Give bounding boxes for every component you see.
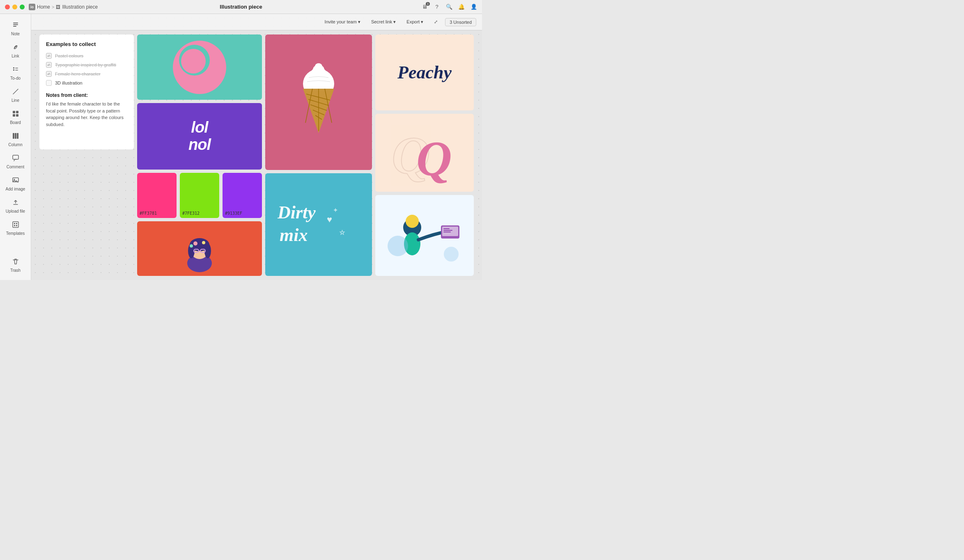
breadcrumb: io Home > 🖼 Illustration piece	[29, 4, 98, 10]
svg-rect-60	[443, 228, 450, 229]
svg-line-7	[13, 89, 18, 94]
breadcrumb-sep: >	[52, 5, 54, 9]
sidebar-item-todo[interactable]: To-do	[3, 62, 28, 84]
sidebar-item-link-label: Link	[11, 54, 19, 58]
export-button[interactable]: Export ▾	[403, 18, 427, 26]
svg-rect-12	[13, 133, 14, 139]
checklist-item-3-text: Female hero character	[55, 71, 101, 76]
user-icon[interactable]: 👤	[471, 4, 477, 10]
swatch-3-label: #9133EF	[225, 211, 259, 216]
svg-point-33	[202, 241, 205, 244]
invite-team-button[interactable]: Invite your team ▾	[321, 18, 364, 26]
help-icon[interactable]: ?	[434, 4, 440, 10]
svg-text:mix: mix	[280, 225, 308, 245]
search-icon[interactable]: 🔍	[446, 4, 452, 10]
svg-text:☆: ☆	[339, 229, 345, 236]
col4: Peachy Q Q	[375, 34, 474, 276]
sidebar-item-board[interactable]: Board	[3, 107, 28, 128]
secret-link-button[interactable]: Secret link ▾	[368, 18, 399, 26]
sidebar-item-note[interactable]: Note	[3, 18, 28, 39]
svg-text:✦: ✦	[333, 207, 338, 213]
check-icon-1[interactable]: ✓	[46, 53, 52, 59]
svg-rect-10	[13, 114, 15, 117]
expand-button[interactable]: ⤢	[431, 18, 441, 26]
monitor-badge: 3	[426, 2, 430, 6]
main-toolbar: Invite your team ▾ Secret link ▾ Export …	[31, 14, 482, 30]
sidebar-item-board-label: Board	[10, 120, 21, 125]
graffiti-card[interactable]: Dirty mix ♥ ☆ ✦	[265, 173, 372, 276]
swatch-1-label: #FF3781	[140, 211, 174, 216]
close-button[interactable]	[5, 5, 10, 9]
sidebar-item-comment[interactable]: Comment	[3, 151, 28, 172]
svg-rect-11	[16, 114, 18, 117]
bell-icon[interactable]: 🔔	[458, 4, 465, 10]
checklist-item-1: ✓ Pastel colours	[46, 53, 127, 59]
unsorted-badge[interactable]: 3 Unsorted	[445, 18, 476, 26]
check-icon-4[interactable]	[46, 80, 52, 86]
tech-illustration	[386, 201, 464, 271]
monitor-icon[interactable]: 🖥3	[421, 4, 428, 10]
sidebar-item-templates[interactable]: Templates	[3, 218, 28, 239]
minimize-button[interactable]	[12, 5, 17, 9]
sidebar-item-link[interactable]: Link	[3, 40, 28, 62]
link-icon	[12, 44, 19, 53]
svg-text:Q: Q	[416, 131, 452, 186]
svg-rect-2	[13, 26, 16, 27]
sidebar-item-todo-label: To-do	[10, 76, 21, 80]
svg-point-31	[193, 241, 197, 246]
sidebar: Note Link To-do Line Board	[0, 14, 31, 280]
swatch-1[interactable]: #FF3781	[137, 173, 177, 218]
svg-rect-22	[16, 225, 17, 226]
svg-text:Dirty: Dirty	[277, 202, 316, 223]
icecream-illustration	[294, 51, 343, 154]
svg-rect-9	[16, 111, 18, 113]
sidebar-item-upload-file-label: Upload file	[6, 209, 25, 213]
doc-name[interactable]: Illustration piece	[62, 4, 98, 10]
app-icon: io	[29, 4, 35, 10]
maximize-button[interactable]	[20, 5, 25, 9]
tech-card[interactable]	[375, 195, 474, 276]
checklist: ✓ Pastel colours ✓ Typographic inspired …	[46, 53, 127, 86]
hero-illustration	[177, 222, 222, 275]
teal-card[interactable]	[137, 34, 262, 100]
notes-text: I'd like the female character to be the …	[46, 101, 127, 128]
titlebar: io Home > 🖼 Illustration piece Illustrat…	[0, 0, 482, 14]
trash-icon	[12, 258, 19, 267]
swatch-3[interactable]: #9133EF	[223, 173, 262, 218]
sidebar-item-add-image[interactable]: Add image	[3, 173, 28, 195]
app-body: Note Link To-do Line Board	[0, 14, 482, 280]
swatch-2[interactable]: #7FE312	[180, 173, 219, 218]
purple-card[interactable]: lolnol	[137, 103, 262, 170]
svg-rect-21	[14, 225, 15, 226]
swatches-row: #FF3781 #7FE312 #9133EF	[137, 173, 262, 218]
check-icon-2[interactable]: ✓	[46, 62, 52, 68]
hero-card[interactable]	[137, 221, 262, 276]
svg-rect-13	[15, 133, 16, 139]
sidebar-item-trash[interactable]: Trash	[3, 255, 28, 276]
doc-icon: 🖼	[56, 5, 60, 9]
svg-rect-18	[13, 222, 18, 227]
sidebar-item-note-label: Note	[11, 32, 20, 36]
sidebar-item-column-label: Column	[8, 142, 22, 147]
col1: Examples to collect ✓ Pastel colours ✓ T…	[39, 34, 134, 276]
sidebar-item-comment-label: Comment	[7, 165, 24, 169]
checklist-item-2: ✓ Typographic inspired by graffiti	[46, 62, 127, 68]
crescent-inner2	[181, 49, 206, 73]
note-icon	[12, 21, 19, 30]
sidebar-item-column[interactable]: Column	[3, 129, 28, 150]
q-card[interactable]: Q Q	[375, 114, 474, 192]
check-icon-3[interactable]: ✓	[46, 71, 52, 77]
svg-point-64	[444, 247, 459, 262]
sidebar-item-add-image-label: Add image	[6, 187, 25, 191]
upload-file-icon	[12, 199, 19, 208]
peachy-card[interactable]: Peachy	[375, 34, 474, 110]
checklist-item-3: ✓ Female hero character	[46, 71, 127, 77]
arabic-text: lolnol	[188, 119, 211, 154]
checklist-item-4-text: 3D illustration	[55, 80, 83, 85]
sidebar-item-line[interactable]: Line	[3, 85, 28, 106]
icecream-card[interactable]	[265, 34, 372, 170]
sidebar-item-upload-file[interactable]: Upload file	[3, 195, 28, 217]
home-link[interactable]: Home	[37, 4, 50, 10]
traffic-lights	[5, 5, 25, 9]
notes-from-label: Notes from client:	[46, 92, 127, 98]
